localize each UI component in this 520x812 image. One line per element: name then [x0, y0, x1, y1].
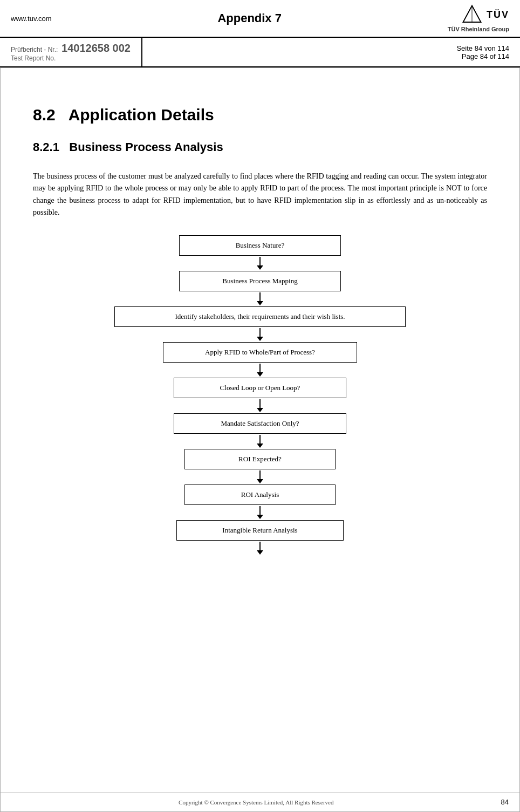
logo-area: TÜV TÜV Rheinland Group	[448, 4, 509, 32]
report-label: Prüfbericht - Nr.: 14012658 002	[11, 42, 131, 54]
tuv-subtitle: TÜV Rheinland Group	[448, 26, 509, 32]
page-number: 84	[501, 798, 509, 806]
flow-box-8: ROI Analysis	[184, 485, 336, 505]
flow-box-4: Apply RFID to Whole/Part of Process?	[163, 342, 357, 363]
appendix-title: Appendix 7	[52, 11, 448, 25]
main-content: 8.2 Application Details 8.2.1 Business P…	[1, 68, 519, 792]
flowchart: Business Nature? Business Process Mappin…	[125, 235, 395, 556]
page-info: Seite 84 von 114 Page 84 of 114	[446, 38, 520, 66]
flow-arrow-8	[257, 505, 263, 520]
flow-arrow-2	[257, 291, 263, 306]
page: www.tuv.com Appendix 7 TÜV TÜV Rheinland…	[0, 0, 520, 812]
flow-arrow-7	[257, 469, 263, 485]
page-header: www.tuv.com Appendix 7 TÜV TÜV Rheinland…	[0, 0, 520, 38]
flow-box-7: ROI Expected?	[184, 449, 336, 469]
flow-box-3: Identify stakeholders, their requirement…	[114, 306, 406, 327]
flow-arrow-3	[257, 327, 263, 342]
website: www.tuv.com	[11, 15, 52, 23]
body-paragraph: The business process of the customer mus…	[33, 170, 487, 219]
flow-arrow-1	[257, 256, 263, 271]
subsection-title: 8.2.1 Business Process Analysis	[33, 140, 487, 154]
flow-arrow-4	[257, 363, 263, 378]
page-label-en: Page 84 of 114	[456, 52, 509, 60]
flow-box-1: Business Nature?	[179, 235, 341, 256]
copyright-text: Copyright © Convergence Systems Limited,…	[11, 799, 501, 806]
flow-box-6: Mandate Satisfaction Only?	[174, 413, 346, 434]
test-report-label: Test Report No.	[11, 54, 131, 62]
report-info: Prüfbericht - Nr.: 14012658 002 Test Rep…	[0, 38, 142, 66]
flow-box-5: Closed Loop or Open Loop?	[174, 378, 346, 398]
page-label-de: Seite 84 von 114	[456, 44, 509, 52]
flow-arrow-9	[257, 541, 263, 556]
tuv-triangle-icon	[462, 4, 482, 25]
sub-header: Prüfbericht - Nr.: 14012658 002 Test Rep…	[0, 38, 520, 67]
flow-arrow-6	[257, 434, 263, 449]
flow-box-9: Intangible Return Analysis	[176, 520, 344, 541]
page-footer: Copyright © Convergence Systems Limited,…	[1, 792, 519, 811]
flow-box-2: Business Process Mapping	[179, 271, 341, 291]
flow-arrow-5	[257, 398, 263, 413]
tuv-logo: TÜV	[462, 4, 509, 25]
section-title: 8.2 Application Details	[33, 106, 487, 124]
content-area: 8.2 Application Details 8.2.1 Business P…	[0, 67, 520, 812]
tuv-brand-text: TÜV	[487, 9, 509, 21]
